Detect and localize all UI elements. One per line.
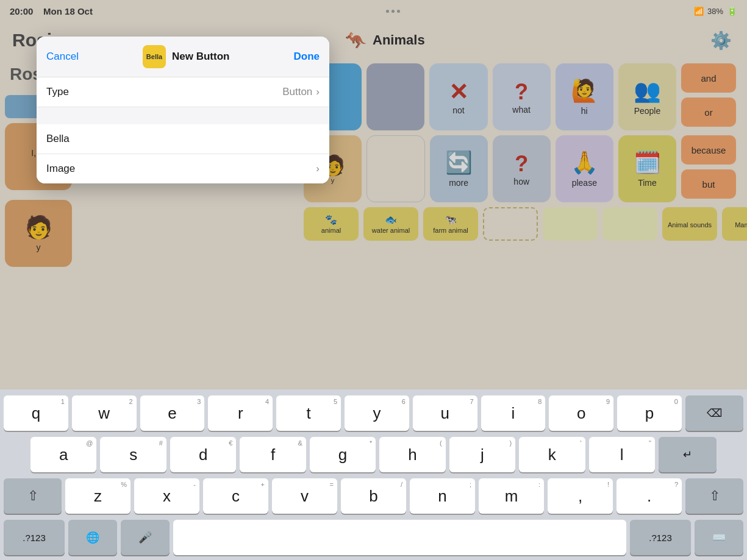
type-value: Button xyxy=(282,86,312,98)
status-time-date: 20:00 Mon 18 Oct xyxy=(10,6,93,16)
key-f[interactable]: &f xyxy=(240,437,306,472)
key-b[interactable]: /b xyxy=(341,478,406,514)
key-l[interactable]: "l xyxy=(589,437,655,472)
numbers-left-label: .?123 xyxy=(23,533,46,543)
key-t[interactable]: 5t xyxy=(276,395,341,431)
key-s[interactable]: #s xyxy=(100,437,166,472)
key-w[interactable]: 2w xyxy=(72,395,137,431)
dialog-image-row[interactable]: Image › xyxy=(37,154,329,183)
keyboard: 1q 2w 3e 4r 5t 6y 7u 8i 9o 0p ⌫ @a #s €d… xyxy=(0,389,747,560)
dialog-name-row[interactable] xyxy=(37,124,329,154)
numbers-right-label: .?123 xyxy=(649,533,672,543)
key-c[interactable]: +c xyxy=(203,478,268,514)
key-e[interactable]: 3e xyxy=(140,395,205,431)
keyboard-bottom-row: .?123 🌐 🎤 .?123 ⌨️ xyxy=(4,520,743,555)
dot1 xyxy=(386,10,389,13)
key-space[interactable] xyxy=(173,520,626,555)
key-mic[interactable]: 🎤 xyxy=(121,520,170,555)
type-value-row: Button › xyxy=(282,86,320,98)
key-globe[interactable]: 🌐 xyxy=(68,520,117,555)
key-u[interactable]: 7u xyxy=(413,395,477,431)
key-comma[interactable]: !, xyxy=(548,478,613,514)
key-period[interactable]: ?. xyxy=(617,478,682,514)
key-delete[interactable]: ⌫ xyxy=(685,395,743,431)
keyboard-row-1: 1q 2w 3e 4r 5t 6y 7u 8i 9o 0p ⌫ xyxy=(4,395,743,431)
image-label: Image xyxy=(46,163,75,175)
dialog-header: Cancel Bella New Button Done xyxy=(37,37,329,77)
shift-right-icon: ⇧ xyxy=(709,488,720,504)
key-shift-left[interactable]: ⇧ xyxy=(4,478,62,514)
image-chevron: › xyxy=(316,163,320,175)
keyboard-row-3: ⇧ %z -x +c =v /b ;n :m !, ?. ⇧ xyxy=(4,478,743,514)
name-input[interactable] xyxy=(46,133,320,145)
battery-indicator: 38% xyxy=(707,7,723,16)
status-date: Mon 18 Oct xyxy=(43,6,93,16)
key-m[interactable]: :m xyxy=(479,478,544,514)
key-shift-right[interactable]: ⇧ xyxy=(685,478,743,514)
key-return[interactable]: ↵ xyxy=(659,437,717,472)
key-keyboard-dismiss[interactable]: ⌨️ xyxy=(695,520,743,555)
key-y[interactable]: 6y xyxy=(345,395,409,431)
key-o[interactable]: 9o xyxy=(549,395,613,431)
status-right: 📶 38% 🔋 xyxy=(694,6,737,16)
keyboard-row-2: @a #s €d &f *g (h )j 'k "l ↵ xyxy=(4,437,743,472)
status-dots xyxy=(386,10,400,13)
status-bar: 20:00 Mon 18 Oct 📶 38% 🔋 xyxy=(0,0,747,22)
key-z[interactable]: %z xyxy=(65,478,130,514)
type-label: Type xyxy=(46,86,69,98)
dot3 xyxy=(397,10,400,13)
delete-icon: ⌫ xyxy=(707,406,722,420)
key-p[interactable]: 0p xyxy=(617,395,682,431)
dialog-badge: Bella xyxy=(143,45,166,68)
key-v[interactable]: =v xyxy=(272,478,337,514)
wifi-icon: 📶 xyxy=(694,7,704,16)
shift-left-icon: ⇧ xyxy=(27,488,38,504)
key-a[interactable]: @a xyxy=(30,437,96,472)
cancel-button[interactable]: Cancel xyxy=(46,51,79,63)
dialog-title: New Button xyxy=(172,51,229,63)
dialog-body: Type Button › Image › xyxy=(37,77,329,183)
dialog-type-row[interactable]: Type Button › xyxy=(37,77,329,107)
dialog-separator1 xyxy=(37,107,329,124)
key-d[interactable]: €d xyxy=(170,437,236,472)
keyboard-dismiss-icon: ⌨️ xyxy=(712,531,726,544)
key-q[interactable]: 1q xyxy=(4,395,68,431)
key-numbers-right[interactable]: .?123 xyxy=(630,520,691,555)
key-r[interactable]: 4r xyxy=(208,395,273,431)
mic-icon: 🎤 xyxy=(138,531,152,544)
key-h[interactable]: (h xyxy=(379,437,445,472)
new-button-dialog: Cancel Bella New Button Done Type Button… xyxy=(37,37,329,183)
key-j[interactable]: )j xyxy=(449,437,515,472)
key-k[interactable]: 'k xyxy=(519,437,585,472)
return-icon: ↵ xyxy=(683,448,692,461)
key-n[interactable]: ;n xyxy=(410,478,475,514)
dialog-title-row: Bella New Button xyxy=(143,45,229,68)
key-g[interactable]: *g xyxy=(310,437,376,472)
done-button[interactable]: Done xyxy=(293,51,320,63)
battery-icon: 🔋 xyxy=(727,6,737,16)
key-x[interactable]: -x xyxy=(134,478,199,514)
status-time: 20:00 xyxy=(10,6,33,16)
globe-icon: 🌐 xyxy=(86,531,99,544)
key-numbers-left[interactable]: .?123 xyxy=(4,520,65,555)
key-i[interactable]: 8i xyxy=(481,395,546,431)
type-chevron: › xyxy=(316,86,320,98)
dot2 xyxy=(391,10,395,13)
